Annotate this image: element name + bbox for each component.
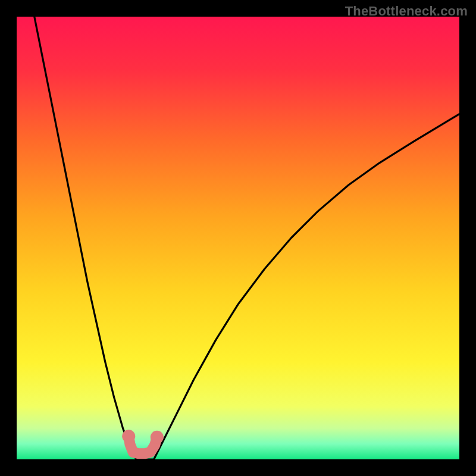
plot-area bbox=[17, 17, 459, 459]
gradient-background bbox=[17, 17, 459, 459]
marker-end-right bbox=[151, 431, 164, 444]
bottleneck-curve-chart bbox=[17, 17, 459, 459]
marker-end-left bbox=[122, 430, 135, 443]
chart-frame: TheBottleneck.com bbox=[0, 0, 476, 476]
